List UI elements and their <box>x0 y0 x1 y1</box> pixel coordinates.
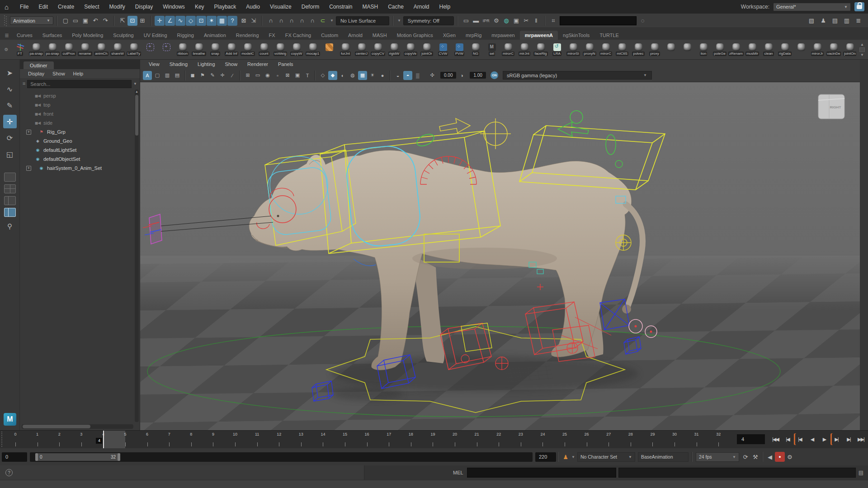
expand-icon[interactable]: + <box>26 166 31 171</box>
gate-mask-icon[interactable]: ▫ <box>273 71 282 80</box>
symmetry-field[interactable]: Symmetry: Off <box>403 16 454 25</box>
shelf-item-ribbon[interactable]: ribbon <box>175 43 191 56</box>
shelf-item-rename[interactable]: rename <box>77 43 93 56</box>
shelf-item-checker[interactable] <box>321 43 337 56</box>
shelf-item-jointor[interactable]: jointOr <box>419 43 435 56</box>
menu-arnold[interactable]: Arnold <box>409 2 434 12</box>
gamma-icon[interactable]: ◑ <box>457 71 466 80</box>
shelf-tab-custom[interactable]: Custom <box>316 31 343 40</box>
frame-label-24[interactable]: 24 <box>537 432 548 436</box>
outliner-menu-help[interactable]: Help <box>70 70 87 77</box>
menu-visualize[interactable]: Visualize <box>265 2 297 12</box>
anim-preferences-icon[interactable]: ⚙ <box>785 452 795 462</box>
hypershade-icon[interactable]: ◍ <box>501 16 511 26</box>
shelf-item-mictls[interactable]: miCtlS <box>614 43 630 56</box>
menu-set-dropdown[interactable]: Animation ▼ <box>10 16 53 25</box>
snap-point-icon[interactable]: ∩ <box>287 16 297 26</box>
scroll-thumb[interactable] <box>859 47 865 52</box>
shelf-tab-mash[interactable]: MASH <box>368 31 392 40</box>
range-slider[interactable]: 0 32 <box>30 452 533 462</box>
layout-split-pane-button[interactable] <box>4 208 16 217</box>
menu-deform[interactable]: Deform <box>297 2 324 12</box>
make-live-icon[interactable]: ⊂ <box>318 16 328 26</box>
play-forwards-button[interactable]: ▶ <box>818 433 830 445</box>
shelf-item-sel[interactable]: sel <box>484 43 500 56</box>
frame-label-20[interactable]: 20 <box>449 432 460 436</box>
exposure-icon[interactable]: ✣ <box>428 71 437 80</box>
shelf-item-mirorjr[interactable]: mirorJr <box>809 43 826 56</box>
shelf-tab-mrprig[interactable]: mrpRig <box>461 31 486 40</box>
character-set-icon[interactable]: ♟ <box>561 452 571 462</box>
frame-label-0[interactable]: 0 <box>10 432 21 436</box>
auto-key-icon[interactable]: ● <box>775 452 785 462</box>
highlight-selection-icon[interactable]: ⇲ <box>249 16 259 26</box>
viewport-scene[interactable]: RIGHT <box>140 82 860 430</box>
shelf-item-rigidw[interactable]: rigidW <box>386 43 402 56</box>
shelf-item-mirjnt[interactable]: mirJnt <box>516 43 533 56</box>
outliner-item-front[interactable]: ◼◀front <box>20 109 134 118</box>
drag-handle[interactable] <box>4 15 7 26</box>
shelf-item-pa-snap[interactable]: pa-snap <box>28 43 44 56</box>
shelf-tab-fx-caching[interactable]: FX Caching <box>280 31 316 40</box>
color-management-toggle[interactable]: ON <box>491 71 498 79</box>
paint-effects-icon[interactable]: ✂ <box>521 16 531 26</box>
frame-label-26[interactable]: 26 <box>581 432 592 436</box>
viewport-panel[interactable]: ViewShadingLightingShowRendererPanels A▢… <box>140 60 860 430</box>
anim-layer-dropdown[interactable]: BaseAnimation <box>638 452 689 462</box>
anti-alias-icon[interactable]: ▒ <box>413 71 422 80</box>
shelf-item-clean[interactable]: clean <box>760 43 777 56</box>
select-hierarchy-icon[interactable]: ⇱ <box>118 16 127 26</box>
shelf-tab-sculpting[interactable]: Sculpting <box>108 31 138 40</box>
chevron-down-icon[interactable]: ▼ <box>329 19 335 23</box>
shelf-tab-xgen[interactable]: XGen <box>438 31 461 40</box>
character-set-dropdown[interactable]: No Character Set▼ <box>577 452 635 462</box>
shelf-item-mirorsl[interactable]: mirorSl <box>565 43 581 56</box>
animation-end-field[interactable]: 220 <box>535 452 556 462</box>
menu-cache[interactable]: Cache <box>383 2 409 12</box>
outliner-menu-show[interactable]: Show <box>49 70 69 77</box>
chevron-down-icon[interactable]: ▼ <box>133 82 137 86</box>
channel-box-toggle-icon[interactable]: ▤ <box>830 16 840 26</box>
timeline-strip[interactable]: 0123456789101112131415161718192021222324… <box>5 431 732 449</box>
frame-label-6[interactable]: 6 <box>142 432 153 436</box>
mask-handles-icon[interactable]: ✛ <box>155 16 165 26</box>
shelf-item-voweig[interactable]: voWeig <box>272 43 288 56</box>
help-icon[interactable]: ? <box>5 469 13 476</box>
pivot-icon[interactable]: ✛ <box>218 71 227 80</box>
menu-audio[interactable]: Audio <box>241 2 265 12</box>
shelf-item-vacinde[interactable]: vacinDe <box>826 43 842 56</box>
use-all-lights-icon[interactable]: ▦ <box>358 71 367 80</box>
safe-title-icon[interactable]: T <box>303 71 312 80</box>
bookmark-icon[interactable]: ⚑ <box>198 71 207 80</box>
shelf-tab-mrpaween[interactable]: mrpaween <box>486 31 519 40</box>
outliner-horizontal-scrollbar[interactable] <box>22 424 133 429</box>
frame-label-3[interactable]: 3 <box>76 432 87 436</box>
outliner-item-side[interactable]: ◼◀side <box>20 118 134 127</box>
scale-tool-icon[interactable]: ◱ <box>3 147 17 161</box>
mask-rendering-icon[interactable]: ▦ <box>217 16 227 26</box>
shelf-tab-turtle[interactable]: TURTLE <box>594 31 624 40</box>
zoom-layout-icon[interactable]: ⚲ <box>3 220 17 233</box>
shelf-item-furjnt[interactable]: furJnt <box>337 43 354 56</box>
open-scene-icon[interactable]: ▭ <box>71 16 80 26</box>
mute-audio-icon[interactable]: ◀ <box>765 452 775 462</box>
camera-lock-icon[interactable]: ▥ <box>163 71 172 80</box>
time-slider[interactable]: 0123456789101112131415161718192021222324… <box>0 430 868 448</box>
lasso-tool-icon[interactable]: ∿ <box>3 82 17 96</box>
layout-persp-outliner-button[interactable] <box>4 196 16 205</box>
shelf-item-mocap1[interactable]: mocap1 <box>305 43 321 56</box>
mask-dynamics-icon[interactable]: ✶ <box>207 16 217 26</box>
menu-constrain[interactable]: Constrain <box>324 2 357 12</box>
step-back-frame-button[interactable]: |◀ <box>782 433 793 445</box>
menu-edit[interactable]: Edit <box>33 2 53 12</box>
shelf-item-copyw[interactable]: copyW <box>288 43 305 56</box>
attribute-editor-toggle-icon[interactable]: ▥ <box>842 16 852 26</box>
menu-mash[interactable]: MASH <box>357 2 383 12</box>
frame-label-13[interactable]: 13 <box>296 432 307 436</box>
grease-pencil-icon[interactable]: ▢ <box>153 71 162 80</box>
menu-modify[interactable]: Modify <box>104 2 130 12</box>
panel-menu-view[interactable]: View <box>145 61 164 68</box>
scroll-up-icon[interactable]: ▲ <box>860 42 864 47</box>
pause-viewport-icon[interactable]: ‖ <box>531 16 541 26</box>
fps-dropdown[interactable]: 24 fps▼ <box>696 452 739 462</box>
